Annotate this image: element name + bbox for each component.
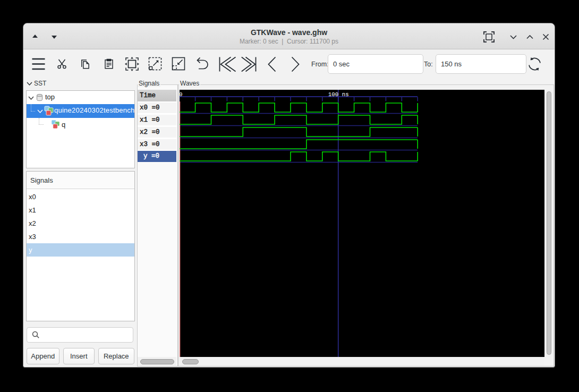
svg-text:0: 0 [179, 91, 182, 98]
svg-text:100 ns: 100 ns [328, 91, 349, 98]
